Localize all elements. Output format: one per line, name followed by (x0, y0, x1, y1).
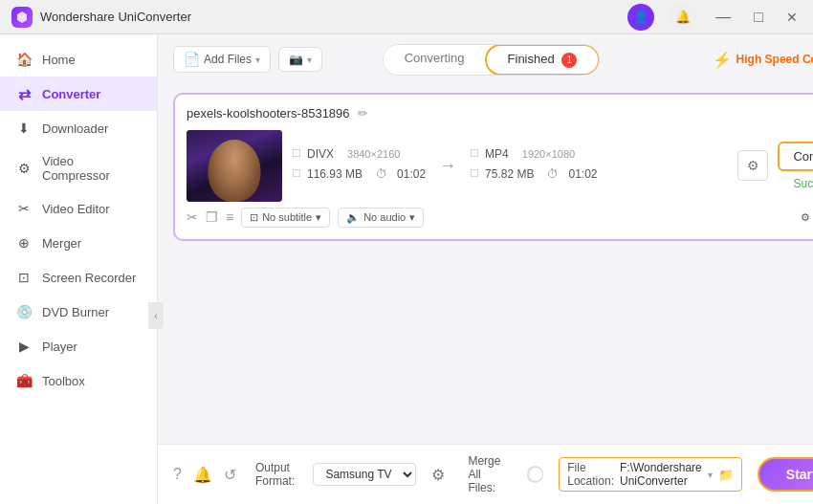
merge-label: Merge All Files: (468, 454, 511, 494)
source-format: DIVX (307, 147, 334, 161)
thumbnail-person (209, 140, 261, 202)
downloader-icon: ⬇ (15, 120, 33, 137)
add-files-button[interactable]: 📄 Add Files ▾ (173, 46, 271, 73)
sidebar-label-merger: Merger (42, 236, 81, 251)
dest-checkbox-icon: ☐ (470, 147, 479, 160)
sidebar-label-screen-recorder: Screen Recorder (42, 271, 136, 285)
minimize-button[interactable]: — (712, 9, 735, 26)
output-settings-icon[interactable]: ⚙ (431, 466, 445, 484)
source-info: ☐ DIVX 3840×2160 ☐ 116.93 MB ⏱ 01:02 (292, 147, 426, 185)
file-header: pexels-koolshooters-8531896 ✏ (187, 106, 813, 121)
bottom-left-icons: ? 🔔 ↺ (173, 466, 236, 484)
settings-icon: ⚙ (801, 211, 810, 224)
sidebar-item-screen-recorder[interactable]: ⊡ Screen Recorder (0, 260, 157, 295)
clock-icon-dest: ⏱ (547, 167, 559, 181)
start-all-button[interactable]: Start All (758, 457, 813, 492)
high-speed-button[interactable]: ⚡ High Speed Conversion (713, 51, 813, 69)
file-icon: ☐ (292, 167, 301, 180)
dest-resolution: 1920×1080 (522, 148, 575, 160)
user-icon[interactable]: 👤 (627, 4, 654, 31)
file-location-chevron: ▾ (708, 470, 713, 480)
audio-icon: 🔈 (346, 211, 360, 224)
merge-toggle[interactable] (527, 466, 544, 483)
player-icon: ▶ (15, 338, 33, 355)
sidebar-label-editor: Video Editor (42, 202, 110, 216)
notification-icon[interactable]: 🔔 (670, 4, 696, 31)
subtitle-dropdown[interactable]: ⊡ No subtitle ▾ (241, 208, 330, 228)
help-icon[interactable]: ? (173, 466, 182, 483)
sidebar-label-toolbox: Toolbox (42, 374, 85, 388)
sidebar-item-video-editor[interactable]: ✂ Video Editor (0, 191, 157, 226)
sidebar-item-video-compressor[interactable]: ⚙ Video Compressor (0, 145, 157, 191)
sidebar-item-converter[interactable]: ⇄ Converter (0, 77, 157, 111)
output-format-label: Output Format: (255, 461, 298, 488)
add-screen-button[interactable]: 📷 ▾ (278, 47, 322, 72)
sidebar-label-home: Home (42, 53, 76, 67)
add-files-label: Add Files (204, 53, 252, 66)
maximize-button[interactable]: □ (750, 9, 767, 26)
cut-icon[interactable]: ✂ (187, 209, 198, 225)
camera-icon: 📷 (289, 53, 303, 66)
sidebar-item-toolbox[interactable]: 🧰 Toolbox (0, 363, 157, 398)
dest-info: ☐ MP4 1920×1080 ☐ 75.82 MB ⏱ 01:02 (470, 147, 597, 185)
subtitle-label: No subtitle (262, 211, 312, 223)
finished-label: Finished (508, 52, 555, 66)
convert-button[interactable]: Convert (778, 142, 813, 171)
sidebar-item-dvd-burner[interactable]: 💿 DVD Burner (0, 295, 157, 329)
add-files-chevron: ▾ (255, 55, 260, 65)
dest-format-row: ☐ MP4 1920×1080 (470, 147, 597, 161)
dest-format: MP4 (485, 147, 509, 161)
bell-bottom-icon[interactable]: 🔔 (193, 466, 212, 484)
source-duration: 01:02 (397, 167, 426, 181)
app-title: Wondershare UniConverter (40, 10, 627, 24)
folder-icon[interactable]: 📁 (718, 468, 734, 482)
dest-size-row: ☐ 75.82 MB ⏱ 01:02 (470, 167, 597, 181)
home-icon: 🏠 (15, 51, 33, 68)
converter-icon: ⇄ (15, 85, 33, 102)
high-speed-label: High Speed Conversion (736, 53, 813, 66)
lightning-icon: ⚡ (713, 51, 732, 69)
output-format-select[interactable]: Samsung TV (313, 463, 416, 486)
sidebar-item-home[interactable]: 🏠 Home (0, 42, 157, 77)
file-location-path: F:\Wondershare UniConverter (620, 461, 702, 488)
finished-badge: 1 (561, 53, 577, 68)
close-button[interactable]: ✕ (782, 10, 802, 25)
toolbox-icon: 🧰 (15, 372, 33, 389)
sidebar-label-dvd: DVD Burner (42, 305, 109, 319)
convert-arrow-icon: → (439, 156, 456, 176)
sidebar-label-downloader: Downloader (42, 121, 108, 136)
copy-icon[interactable]: ❐ (206, 209, 218, 225)
app-logo (11, 7, 33, 28)
settings-button[interactable]: ⚙ Settings (801, 211, 813, 224)
sidebar-collapse-button[interactable]: ‹ (148, 302, 164, 329)
convert-actions: Convert Success (778, 142, 813, 190)
menu-icon[interactable]: ≡ (226, 209, 233, 225)
bottom-bar: ? 🔔 ↺ Output Format: Samsung TV ⚙ Merge … (158, 444, 813, 504)
sidebar-item-merger[interactable]: ⊕ Merger (0, 226, 157, 260)
sidebar-label-converter: Converter (42, 87, 100, 101)
tab-converting[interactable]: Converting (384, 45, 486, 75)
dvd-icon: 💿 (15, 303, 33, 320)
file-settings-icon[interactable]: ⚙ (737, 150, 768, 181)
file-location-label: File Location: (567, 461, 614, 488)
checkbox-icon: ☐ (292, 147, 301, 160)
edit-filename-icon[interactable]: ✏ (358, 106, 368, 121)
source-resolution: 3840×2160 (347, 148, 400, 160)
subtitle-chevron: ▾ (316, 211, 321, 224)
source-size: 116.93 MB (307, 167, 363, 181)
add-file-icon: 📄 (184, 52, 200, 67)
feedback-icon[interactable]: ↺ (224, 466, 236, 484)
tab-finished[interactable]: Finished 1 (485, 44, 601, 76)
tab-group: Converting Finished 1 (383, 44, 601, 76)
sidebar-item-player[interactable]: ▶ Player (0, 329, 157, 363)
window-controls: 👤 🔔 — □ ✕ (627, 4, 802, 31)
source-format-row: ☐ DIVX 3840×2160 (292, 147, 426, 161)
audio-dropdown[interactable]: 🔈 No audio ▾ (338, 208, 424, 228)
converting-label: Converting (405, 51, 465, 65)
success-label: Success (794, 177, 814, 190)
dest-size: 75.82 MB (485, 167, 534, 181)
sidebar-item-downloader[interactable]: ⬇ Downloader (0, 111, 157, 145)
clock-icon-source: ⏱ (376, 167, 387, 181)
screen-recorder-icon: ⊡ (15, 269, 33, 286)
sidebar-label-player: Player (42, 340, 77, 354)
